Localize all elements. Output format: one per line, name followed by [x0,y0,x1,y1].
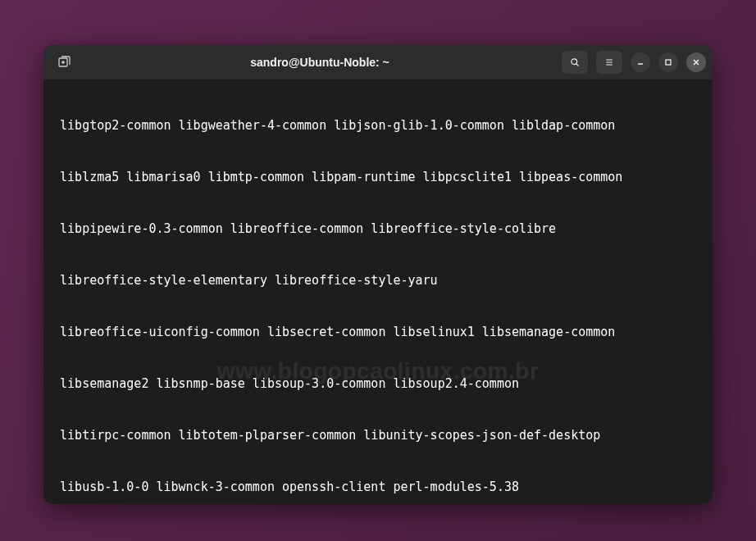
package-line: libsemanage2 libsnmp-base libsoup-3.0-co… [45,375,711,393]
package-line: libusb-1.0-0 libwnck-3-common openssh-cl… [45,479,711,496]
terminal-content[interactable]: libgtop2-common libgweather-4-common lib… [43,80,713,504]
window-controls [562,51,706,74]
window-title: sandro@Ubuntu-Noble: ~ [83,56,557,69]
terminal-window: sandro@Ubuntu-Noble: ~ [43,45,713,504]
svg-rect-2 [666,60,671,65]
titlebar: sandro@Ubuntu-Noble: ~ [43,45,713,80]
svg-point-1 [572,59,577,65]
package-line: libreoffice-style-elementary libreoffice… [45,272,711,289]
search-button[interactable] [562,51,588,74]
close-button[interactable] [686,52,706,72]
maximize-button[interactable] [658,52,678,72]
package-line: libreoffice-uiconfig-common libsecret-co… [45,324,711,341]
menu-button[interactable] [596,51,622,74]
package-line: liblzma5 libmarisa0 libmtp-common libpam… [45,169,711,186]
package-line: libpipewire-0.3-common libreoffice-commo… [45,220,711,238]
new-tab-button[interactable] [50,51,78,74]
minimize-button[interactable] [631,52,650,72]
package-line: libgtop2-common libgweather-4-common lib… [45,117,711,134]
package-line: libtirpc-common libtotem-plparser-common… [45,427,711,444]
